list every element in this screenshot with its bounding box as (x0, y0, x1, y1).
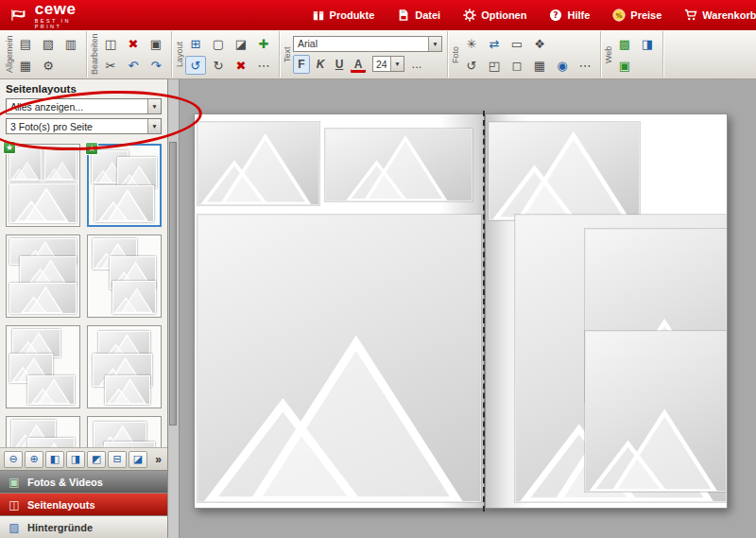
layout-thumbnail-7[interactable] (6, 416, 80, 447)
photo-rotate-button[interactable]: ↺ (461, 56, 482, 75)
menu-item-produkte[interactable]: Produkte (312, 9, 375, 22)
layout-thumbnail-6[interactable] (87, 325, 162, 408)
cut-button[interactable]: ✂ (100, 56, 121, 75)
remove-page-button[interactable]: ✖ (231, 56, 251, 75)
photos-per-page-select[interactable]: 3 Foto(s) pro Seite ▼ (6, 118, 162, 134)
layout-view-3-button[interactable]: ◩ (87, 451, 106, 468)
toolbar-group-label: Bearbeiten (89, 33, 100, 76)
sidebar-item-label: Fotos & Videos (27, 477, 103, 488)
menu-item-warenkorb[interactable]: Warenkorb (684, 9, 756, 22)
layout-view-1-button[interactable]: ◧ (45, 451, 64, 468)
menu-item-label: Optionen (481, 9, 526, 21)
layout-thumbnail-3[interactable] (6, 234, 80, 318)
menu-item-hilfe[interactable]: ?Hilfe (549, 9, 590, 22)
menu-item-optionen[interactable]: Optionen (463, 9, 526, 22)
sidebar-seitenlayouts: Seitenlayouts Alles anzeigen... ▼ 3 Foto… (0, 79, 168, 538)
insert-page-button[interactable]: ▢ (208, 34, 229, 53)
grid-button[interactable]: ⊞ (185, 34, 206, 53)
layout-thumbnail-1[interactable]: ★ (6, 144, 80, 227)
menu-item-datei[interactable]: Datei (397, 9, 440, 22)
menu-item-label: Warenkorb (702, 9, 756, 21)
font-size-value: 24 (376, 59, 387, 70)
menubar: ProdukteDateiOptionen?Hilfe%PreiseWarenk… (312, 9, 756, 22)
underline-button[interactable]: U (331, 55, 348, 74)
toolbar-group-web: Web▩◨▣ (601, 31, 663, 78)
layout-thumbnail-5[interactable] (6, 325, 80, 408)
save-project-button[interactable]: ▤ (15, 34, 36, 53)
thumb-photo-slot (104, 442, 155, 447)
page-left (194, 113, 485, 509)
zoom-in-button[interactable]: ⊕ (25, 451, 43, 468)
bold-button[interactable]: F (293, 55, 310, 74)
font-family-select[interactable]: Arial ▼ (293, 36, 442, 52)
photo-placeholder[interactable] (325, 129, 472, 201)
text-more-button[interactable]: ... (406, 55, 427, 74)
layout-thumbnail-4[interactable] (87, 234, 162, 318)
expand-panel-button[interactable]: » (155, 453, 163, 466)
copy-button[interactable]: ◫ (100, 34, 121, 53)
font-size-select[interactable]: 24 ▼ (372, 56, 404, 72)
sidebar-item-fotos-videos[interactable]: ▣Fotos & Videos (0, 470, 167, 493)
layout-category-select[interactable]: Alles anzeigen... ▼ (6, 98, 162, 114)
add-page-button[interactable]: ✚ (253, 34, 274, 53)
settings-button[interactable]: ⚙ (38, 56, 59, 75)
menu-item-label: Produkte (330, 9, 375, 21)
photo-border-button[interactable]: ▭ (507, 34, 527, 53)
toolbar-group-layout: Layout⊞▢◪✚↺↻✖⋯ (172, 31, 280, 78)
chevron-down-icon: ▼ (428, 37, 441, 51)
menu-item-preise[interactable]: %Preise (612, 9, 662, 22)
photo-more-button[interactable]: ⋯ (575, 56, 595, 75)
scrollbar-thumb[interactable] (169, 142, 177, 425)
rotate-page-button[interactable]: ↺ (185, 56, 206, 75)
photo-effects-button[interactable]: ❖ (529, 34, 550, 53)
photo-table-button[interactable]: ▦ (529, 56, 550, 75)
thumb-photo-slot (9, 183, 77, 222)
photo-placeholder[interactable] (198, 215, 481, 502)
favorite-star-icon: ★ (3, 141, 16, 154)
delete-project-button[interactable]: ▥ (60, 34, 81, 53)
toolbar-group-label: Layout (174, 33, 185, 76)
photo-enhance-button[interactable]: ✳ (461, 34, 482, 53)
layout-thumbnail-2[interactable]: ★ (87, 144, 162, 227)
layout-thumbnail-8[interactable] (87, 416, 162, 447)
web-chart-button[interactable]: ◨ (637, 34, 658, 53)
svg-text:%: % (616, 12, 623, 20)
thumb-photo-slot (117, 157, 157, 189)
photo-frame-button[interactable]: ◻ (507, 56, 527, 75)
layout-view-2-button[interactable]: ◨ (66, 451, 85, 468)
favorite-star-icon: ★ (85, 142, 98, 155)
photo-placeholder[interactable] (198, 122, 319, 204)
photos-per-page-value: 3 Foto(s) pro Seite (10, 121, 93, 132)
duplicate-page-button[interactable]: ◪ (231, 34, 251, 53)
sidebar-scrollbar[interactable] (168, 79, 180, 538)
toolbar-group-bearbeiten: Bearbeiten◫✖▣✂↶↷ (87, 31, 172, 78)
photo-globe-button[interactable]: ◉ (552, 56, 573, 75)
open-project-button[interactable]: ▧ (38, 34, 59, 53)
menu-item-label: Hilfe (567, 9, 590, 21)
sidebar-item-seitenlayouts[interactable]: ◫Seitenlayouts (0, 493, 167, 515)
delete-button[interactable]: ✖ (123, 34, 144, 53)
layout-more-button[interactable]: ⋯ (253, 56, 274, 75)
web-gallery-button[interactable]: ▩ (614, 34, 635, 53)
undo-button[interactable]: ↶ (123, 56, 144, 75)
sidebar-item-hintergr-nde[interactable]: ▨Hintergründe (0, 515, 167, 538)
book-spine (483, 111, 485, 512)
layout-view-5-button[interactable]: ◪ (129, 451, 147, 468)
web-upload-button[interactable]: ▣ (614, 56, 635, 75)
layout-category-value: Alles anzeigen... (10, 101, 83, 113)
save-as-button[interactable]: ▦ (15, 56, 36, 75)
help-icon: ? (549, 9, 562, 22)
layout-view-4-button[interactable]: ⊟ (108, 451, 127, 468)
paste-button[interactable]: ▣ (146, 34, 166, 53)
photo-crop-button[interactable]: ◰ (484, 56, 505, 75)
menu-item-label: Datei (415, 9, 440, 21)
book-spread (194, 113, 728, 509)
redo-button[interactable]: ↷ (146, 56, 166, 75)
photo-placeholder[interactable] (489, 122, 641, 220)
zoom-out-button[interactable]: ⊖ (4, 451, 23, 468)
photo-swap-button[interactable]: ⇄ (484, 34, 505, 53)
rotate-right-button[interactable]: ↻ (208, 56, 229, 75)
font-color-button[interactable]: A (350, 55, 367, 74)
photo-placeholder[interactable] (585, 331, 727, 493)
italic-button[interactable]: K (312, 55, 329, 74)
